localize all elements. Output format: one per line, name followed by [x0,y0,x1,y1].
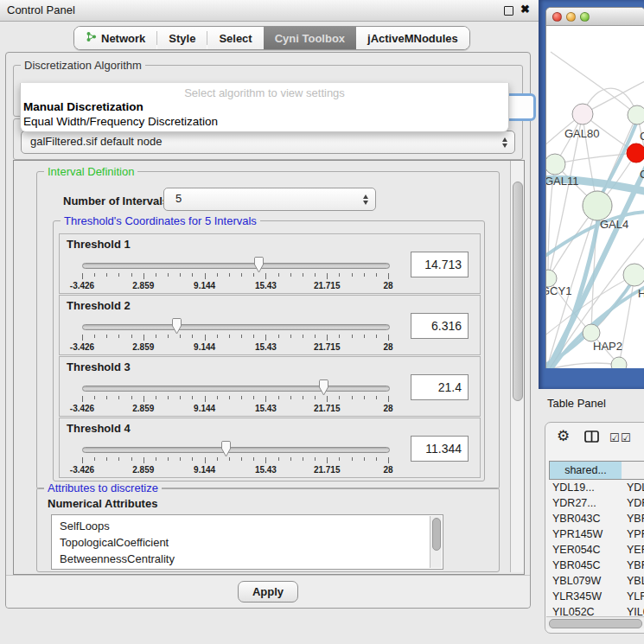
panel-title: Control Panel [7,3,75,16]
column-header-name[interactable]: name [622,461,644,480]
tab-select[interactable]: Select [207,27,263,49]
top-tab-bar: NetworkStyleSelectCyni ToolboxjActiveMNo… [73,26,470,50]
tab-cyni-toolbox[interactable]: Cyni Toolbox [264,27,356,49]
table-row[interactable]: YBR043CYBR043C [545,512,644,527]
threshold-slider[interactable]: -3.4262.8599.14415.4321.71528 [79,318,393,353]
cell-shared-name: YPR145W [552,528,620,540]
settings-scrollbar[interactable] [510,161,524,572]
slider-ticks [79,396,393,403]
tab-network[interactable]: Network [74,27,156,49]
slider-ticks [79,335,393,341]
scale-label: 28 [383,404,392,413]
numerical-attributes-list[interactable]: SelfLoopsTopologicalCoefficientBetweenne… [51,514,443,570]
threshold-slider[interactable]: -3.4262.8599.14415.4321.71528 [79,441,393,475]
table-row[interactable]: YDR27...YDR27... [545,496,644,512]
cell-name: YDL19... [627,481,644,494]
table-horizontal-scrollbar[interactable] [546,616,644,628]
threshold-label: Threshold 4 [67,422,131,435]
algorithm-option[interactable]: Manual Discretization [21,99,508,114]
threshold-value-field[interactable]: 21.4 [411,374,469,400]
network-node-label: GAL4 [600,218,628,231]
minimize-traffic-light[interactable] [566,12,576,22]
gear-icon[interactable]: ⚙ [557,427,570,445]
scale-label: -3.426 [70,404,94,413]
number-of-intervals-spinner[interactable]: 5 [163,188,376,211]
slider-track[interactable] [82,447,390,453]
float-window-icon[interactable] [504,6,513,16]
threshold-slider[interactable]: -3.4262.8599.14415.4321.71528 [79,257,393,291]
close-icon[interactable]: ✖ [520,3,530,16]
threshold-panel: Threshold 2 -3.4262.8599.14415.4321.7152… [59,295,481,355]
slider-ticks [79,457,393,464]
table-row[interactable]: YLR345WYLR345W [545,590,644,605]
cell-shared-name: YIL052C [552,606,620,616]
table-row[interactable]: YBL079WYBL079W [545,574,644,590]
table-row[interactable]: YER054CYER054C [545,543,644,558]
slider-thumb[interactable] [170,318,183,335]
list-scrollbar-thumb[interactable] [432,518,441,551]
attribute-list-item[interactable]: BetweennessCentrality [52,551,443,567]
algorithm-option[interactable]: Equal Width/Frequency Discretization [21,114,508,129]
attributes-group-title: Attributes to discretize [44,481,162,494]
network-node[interactable] [611,357,627,368]
algorithm-dropdown-popup: Select algorithm to view settings Manual… [20,83,509,132]
scale-label: 2.859 [132,342,154,352]
interval-definition-title: Interval Definition [44,165,137,178]
combo-arrows-icon [502,137,507,148]
number-of-intervals-label: Number of Intervals [63,194,169,207]
cell-name: YBR045C [627,559,644,571]
slider-thumb[interactable] [252,257,265,274]
threshold-label: Threshold 3 [67,360,131,373]
slider-thumb[interactable] [220,441,233,458]
table-data-combobox[interactable]: galFiltered.sif default node [21,131,515,154]
checkbox-icon[interactable]: ☑ [609,431,620,444]
cell-name: YIL052C [627,606,644,616]
interval-definition-group: Interval Definition Number of Intervals … [36,171,500,489]
apply-button[interactable]: Apply [238,581,298,603]
network-canvas[interactable]: GAL80GCGAL11GAL4GCY1HHAP2 [546,26,644,368]
column-header-shared-name[interactable]: shared... [549,461,622,480]
table-row[interactable]: YDL19...YDL19... [545,481,644,496]
network-node-label: GAL11 [546,175,579,188]
zoom-traffic-light[interactable] [580,12,590,22]
table-hscrollbar-thumb[interactable] [549,619,642,628]
checkbox-icon[interactable]: ☑ [621,431,631,444]
slider-track[interactable] [82,263,390,269]
threshold-value-field[interactable]: 11.344 [411,436,469,462]
settings-scrollbar-thumb[interactable] [513,182,523,401]
columns-icon[interactable] [584,430,600,447]
list-scrollbar[interactable] [430,516,442,568]
scale-label: 15.43 [255,465,277,475]
tab-label: jActiveMNodules [367,32,458,45]
table-row[interactable]: YBR045CYBR045C [545,558,644,574]
table-row[interactable]: YIL052CYIL052C [545,605,644,616]
network-icon [86,31,97,45]
network-node[interactable] [546,154,565,175]
tab-jactivemnodules[interactable]: jActiveMNodules [356,27,469,49]
threshold-value-field[interactable]: 14.713 [411,252,469,277]
network-node[interactable] [628,105,644,124]
tab-style[interactable]: Style [157,27,207,49]
attribute-list-item[interactable]: TopologicalCoefficient [52,534,443,551]
numerical-attributes-label: Numerical Attributes [48,497,157,510]
slider-thumb[interactable] [317,379,330,397]
threshold-slider[interactable]: -3.4262.8599.14415.4321.71528 [79,379,393,414]
network-node[interactable] [623,264,644,286]
slider-track[interactable] [82,324,390,330]
slider-track[interactable] [82,386,390,392]
network-node[interactable] [583,324,600,341]
network-node[interactable] [583,191,612,220]
threshold-value-field[interactable]: 6.316 [411,313,469,339]
table-data-selected-value: galFiltered.sif default node [30,135,162,148]
scale-label: 21.715 [314,342,341,352]
settings-scroll-panel: Interval Definition Number of Intervals … [13,160,525,575]
network-node[interactable] [627,143,644,163]
network-node[interactable] [572,104,593,124]
table-row[interactable]: YPR145WYPR145W [545,527,644,543]
attribute-list-item[interactable]: SelfLoops [52,518,443,534]
close-traffic-light[interactable] [552,12,562,22]
network-view-window: GAL80GCGAL11GAL4GCY1HHAP2 [545,7,644,368]
scale-label: 9.144 [194,281,215,290]
cell-name: YDR27... [627,497,644,509]
scale-label: 9.144 [194,465,215,475]
